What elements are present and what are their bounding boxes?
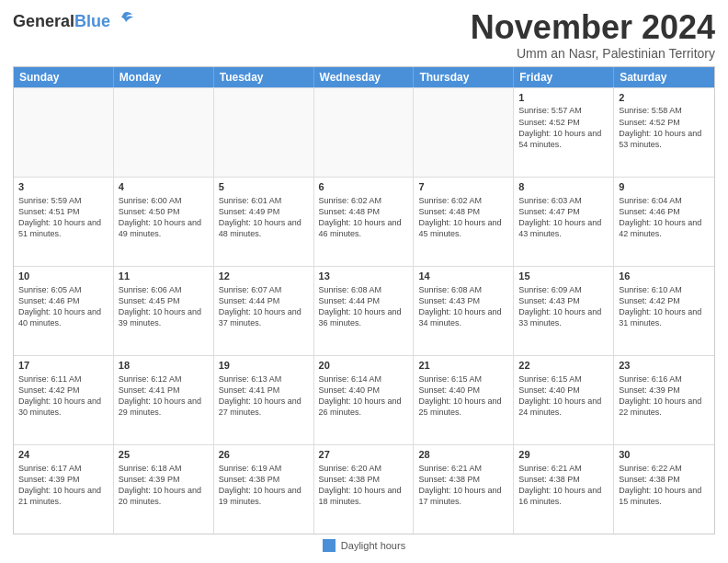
day-info: Sunrise: 5:58 AM Sunset: 4:52 PM Dayligh… bbox=[619, 105, 710, 150]
day-number: 10 bbox=[18, 270, 108, 283]
day-info: Sunrise: 6:08 AM Sunset: 4:44 PM Dayligh… bbox=[319, 284, 409, 329]
calendar-cell: 22Sunrise: 6:15 AM Sunset: 4:40 PM Dayli… bbox=[514, 356, 614, 444]
day-info: Sunrise: 6:05 AM Sunset: 4:46 PM Dayligh… bbox=[18, 284, 108, 329]
day-info: Sunrise: 6:06 AM Sunset: 4:45 PM Dayligh… bbox=[119, 284, 209, 329]
day-number: 27 bbox=[319, 448, 409, 462]
day-number: 12 bbox=[219, 270, 309, 283]
day-info: Sunrise: 6:01 AM Sunset: 4:49 PM Dayligh… bbox=[219, 195, 309, 240]
calendar-cell: 6Sunrise: 6:02 AM Sunset: 4:48 PM Daylig… bbox=[314, 178, 415, 266]
day-info: Sunrise: 6:17 AM Sunset: 4:39 PM Dayligh… bbox=[18, 463, 108, 508]
day-number: 4 bbox=[119, 180, 209, 194]
calendar-cell: 25Sunrise: 6:18 AM Sunset: 4:39 PM Dayli… bbox=[114, 445, 214, 534]
day-number: 3 bbox=[18, 180, 108, 194]
title-block: November 2024 Umm an Nasr, Palestinian T… bbox=[471, 9, 715, 61]
day-info: Sunrise: 6:14 AM Sunset: 4:40 PM Dayligh… bbox=[319, 373, 409, 419]
calendar-cell bbox=[414, 88, 514, 177]
calendar-cell: 2Sunrise: 5:58 AM Sunset: 4:52 PM Daylig… bbox=[614, 88, 714, 177]
calendar-row: 17Sunrise: 6:11 AM Sunset: 4:42 PM Dayli… bbox=[14, 355, 714, 444]
calendar-cell: 14Sunrise: 6:08 AM Sunset: 4:43 PM Dayli… bbox=[414, 267, 514, 355]
calendar-cell: 13Sunrise: 6:08 AM Sunset: 4:44 PM Dayli… bbox=[314, 267, 415, 355]
calendar-row: 3Sunrise: 5:59 AM Sunset: 4:51 PM Daylig… bbox=[14, 177, 714, 266]
day-info: Sunrise: 6:16 AM Sunset: 4:39 PM Dayligh… bbox=[619, 373, 710, 419]
day-number: 13 bbox=[319, 270, 409, 283]
calendar-cell: 10Sunrise: 6:05 AM Sunset: 4:46 PM Dayli… bbox=[14, 267, 114, 355]
day-number: 2 bbox=[619, 91, 710, 105]
header-sunday: Sunday bbox=[14, 67, 114, 87]
calendar: Sunday Monday Tuesday Wednesday Thursday… bbox=[13, 66, 715, 534]
day-number: 30 bbox=[619, 448, 710, 462]
calendar-cell: 11Sunrise: 6:06 AM Sunset: 4:45 PM Dayli… bbox=[114, 267, 214, 355]
day-info: Sunrise: 6:02 AM Sunset: 4:48 PM Dayligh… bbox=[418, 195, 508, 240]
day-info: Sunrise: 6:09 AM Sunset: 4:43 PM Dayligh… bbox=[518, 284, 609, 329]
calendar-cell: 20Sunrise: 6:14 AM Sunset: 4:40 PM Dayli… bbox=[314, 356, 415, 444]
day-number: 21 bbox=[418, 359, 508, 373]
calendar-row: 24Sunrise: 6:17 AM Sunset: 4:39 PM Dayli… bbox=[14, 444, 714, 534]
day-number: 7 bbox=[418, 180, 508, 194]
day-number: 18 bbox=[119, 359, 209, 373]
calendar-cell: 1Sunrise: 5:57 AM Sunset: 4:52 PM Daylig… bbox=[514, 88, 614, 177]
calendar-cell: 21Sunrise: 6:15 AM Sunset: 4:40 PM Dayli… bbox=[414, 356, 514, 444]
main-title: November 2024 bbox=[471, 9, 715, 46]
logo: GeneralBlue bbox=[13, 9, 134, 33]
day-info: Sunrise: 6:10 AM Sunset: 4:42 PM Dayligh… bbox=[619, 284, 710, 329]
calendar-cell: 30Sunrise: 6:22 AM Sunset: 4:38 PM Dayli… bbox=[614, 445, 714, 534]
header-monday: Monday bbox=[114, 67, 214, 87]
header: GeneralBlue November 2024 Umm an Nasr, P… bbox=[13, 9, 715, 61]
day-number: 19 bbox=[219, 359, 309, 373]
calendar-cell: 17Sunrise: 6:11 AM Sunset: 4:42 PM Dayli… bbox=[14, 356, 114, 444]
day-info: Sunrise: 6:20 AM Sunset: 4:38 PM Dayligh… bbox=[319, 463, 409, 508]
page: GeneralBlue November 2024 Umm an Nasr, P… bbox=[0, 0, 728, 563]
calendar-header: Sunday Monday Tuesday Wednesday Thursday… bbox=[14, 67, 714, 87]
day-number: 23 bbox=[619, 359, 710, 373]
day-info: Sunrise: 6:04 AM Sunset: 4:46 PM Dayligh… bbox=[619, 195, 710, 240]
day-info: Sunrise: 6:03 AM Sunset: 4:47 PM Dayligh… bbox=[518, 195, 609, 240]
calendar-cell: 16Sunrise: 6:10 AM Sunset: 4:42 PM Dayli… bbox=[614, 267, 714, 355]
calendar-cell bbox=[314, 88, 415, 177]
day-number: 17 bbox=[18, 359, 108, 373]
day-number: 25 bbox=[119, 448, 209, 462]
calendar-cell: 19Sunrise: 6:13 AM Sunset: 4:41 PM Dayli… bbox=[214, 356, 314, 444]
calendar-cell: 18Sunrise: 6:12 AM Sunset: 4:41 PM Dayli… bbox=[114, 356, 214, 444]
day-info: Sunrise: 6:15 AM Sunset: 4:40 PM Dayligh… bbox=[418, 373, 508, 419]
day-number: 16 bbox=[619, 270, 710, 283]
calendar-row: 1Sunrise: 5:57 AM Sunset: 4:52 PM Daylig… bbox=[14, 87, 714, 177]
day-number: 9 bbox=[619, 180, 710, 194]
header-tuesday: Tuesday bbox=[214, 67, 314, 87]
calendar-body: 1Sunrise: 5:57 AM Sunset: 4:52 PM Daylig… bbox=[14, 87, 714, 534]
calendar-cell: 28Sunrise: 6:21 AM Sunset: 4:38 PM Dayli… bbox=[414, 445, 514, 534]
day-number: 5 bbox=[219, 180, 309, 194]
day-number: 6 bbox=[319, 180, 409, 194]
calendar-cell: 7Sunrise: 6:02 AM Sunset: 4:48 PM Daylig… bbox=[414, 178, 514, 266]
calendar-cell: 24Sunrise: 6:17 AM Sunset: 4:39 PM Dayli… bbox=[14, 445, 114, 534]
day-info: Sunrise: 6:07 AM Sunset: 4:44 PM Dayligh… bbox=[219, 284, 309, 329]
subtitle: Umm an Nasr, Palestinian Territory bbox=[471, 46, 715, 61]
logo-bird-icon bbox=[114, 9, 134, 33]
calendar-cell: 15Sunrise: 6:09 AM Sunset: 4:43 PM Dayli… bbox=[514, 267, 614, 355]
day-info: Sunrise: 6:21 AM Sunset: 4:38 PM Dayligh… bbox=[518, 463, 609, 508]
legend-color-box bbox=[323, 539, 336, 552]
header-wednesday: Wednesday bbox=[314, 67, 415, 87]
day-info: Sunrise: 5:57 AM Sunset: 4:52 PM Dayligh… bbox=[518, 105, 609, 150]
day-number: 8 bbox=[518, 180, 609, 194]
day-info: Sunrise: 5:59 AM Sunset: 4:51 PM Dayligh… bbox=[18, 195, 108, 240]
calendar-row: 10Sunrise: 6:05 AM Sunset: 4:46 PM Dayli… bbox=[14, 266, 714, 355]
header-thursday: Thursday bbox=[414, 67, 514, 87]
day-number: 29 bbox=[518, 448, 609, 462]
day-number: 15 bbox=[518, 270, 609, 283]
calendar-cell: 3Sunrise: 5:59 AM Sunset: 4:51 PM Daylig… bbox=[14, 178, 114, 266]
day-info: Sunrise: 6:21 AM Sunset: 4:38 PM Dayligh… bbox=[418, 463, 508, 508]
calendar-cell: 12Sunrise: 6:07 AM Sunset: 4:44 PM Dayli… bbox=[214, 267, 314, 355]
calendar-cell: 27Sunrise: 6:20 AM Sunset: 4:38 PM Dayli… bbox=[314, 445, 415, 534]
day-number: 28 bbox=[418, 448, 508, 462]
day-info: Sunrise: 6:08 AM Sunset: 4:43 PM Dayligh… bbox=[418, 284, 508, 329]
day-number: 20 bbox=[319, 359, 409, 373]
header-saturday: Saturday bbox=[614, 67, 714, 87]
calendar-cell: 8Sunrise: 6:03 AM Sunset: 4:47 PM Daylig… bbox=[514, 178, 614, 266]
legend-label: Daylight hours bbox=[341, 540, 405, 551]
calendar-cell bbox=[14, 88, 114, 177]
day-info: Sunrise: 6:19 AM Sunset: 4:38 PM Dayligh… bbox=[219, 463, 309, 508]
header-friday: Friday bbox=[514, 67, 614, 87]
day-info: Sunrise: 6:12 AM Sunset: 4:41 PM Dayligh… bbox=[119, 373, 209, 419]
day-info: Sunrise: 6:13 AM Sunset: 4:41 PM Dayligh… bbox=[219, 373, 309, 419]
calendar-cell bbox=[214, 88, 314, 177]
